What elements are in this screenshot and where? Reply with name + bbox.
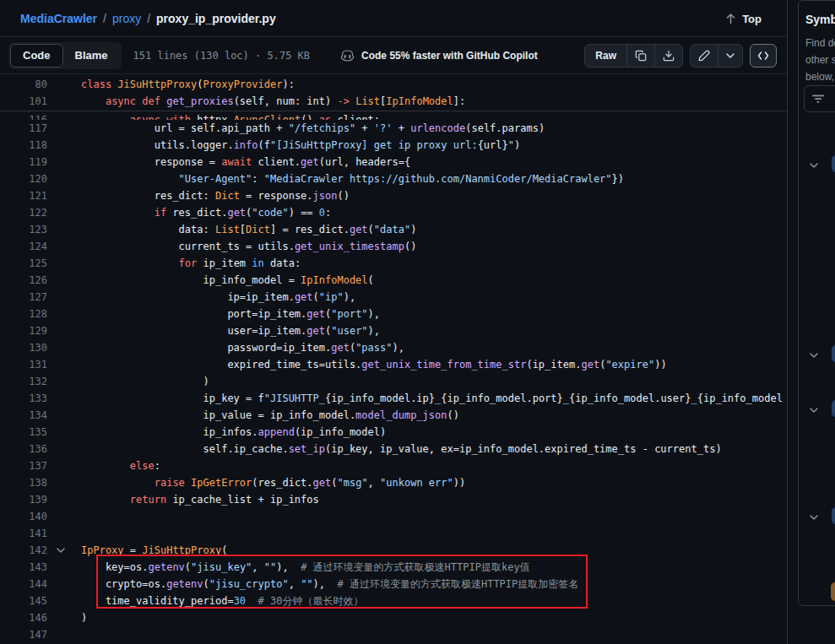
code-line: 80class JiSuHttpProxy(ProxyProvider): xyxy=(0,76,787,93)
scroll-to-top-button[interactable]: Top xyxy=(718,7,768,30)
raw-button-label: Raw xyxy=(593,50,619,62)
code-line-content: data: List[Dict] = res_dict.get("data") xyxy=(81,224,416,235)
line-number[interactable]: 133 xyxy=(0,392,47,404)
line-number[interactable]: 119 xyxy=(0,156,47,168)
code-line: 145 time_validity_period=30 # 30分钟（最长时效） xyxy=(0,593,787,609)
caret-down-icon xyxy=(726,53,735,58)
breadcrumb-separator: / xyxy=(147,12,150,25)
code-line: 144 crypto=os.getenv("jisu_crypto", ""),… xyxy=(0,576,787,593)
line-number[interactable]: 120 xyxy=(0,173,47,185)
symbol-pill[interactable] xyxy=(832,155,835,172)
symbol-pill[interactable] xyxy=(832,400,835,417)
symbol-pill[interactable] xyxy=(832,507,835,524)
code-line-content: response = await client.get(url, headers… xyxy=(81,156,410,168)
line-number[interactable]: 125 xyxy=(0,257,47,269)
code-line-content: utils.logger.info(f"[JiSuHttpProxy] get … xyxy=(81,139,520,151)
line-number[interactable]: 127 xyxy=(0,291,47,303)
line-number[interactable]: 147 xyxy=(0,629,47,641)
code-line: 101 async def get_proxies(self, num: int… xyxy=(0,93,787,110)
symbols-description-line: Find definitions and references for func… xyxy=(805,35,835,51)
code-line-content: ip_key = f"JISUHTTP_{ip_info_model.ip}_{… xyxy=(81,392,783,404)
raw-button[interactable]: Raw xyxy=(585,45,626,67)
tab-code[interactable]: Code xyxy=(10,44,63,68)
code-line: 133 ip_key = f"JISUHTTP_{ip_info_model.i… xyxy=(0,390,787,407)
code-line: 125 for ip_item in data: xyxy=(0,255,787,272)
copy-icon xyxy=(635,50,647,62)
edit-button[interactable] xyxy=(691,45,718,67)
symbol-tree-row xyxy=(799,582,835,602)
code-line: 123 data: List[Dict] = res_dict.get("dat… xyxy=(0,221,787,238)
symbol-pill[interactable] xyxy=(831,582,835,601)
code-line: 131 expired_time_ts=utils.get_unix_time_… xyxy=(0,356,787,373)
code-line-content: ip_value = ip_info_model.model_dump_json… xyxy=(81,409,459,421)
symbols-panel-title: Symbols xyxy=(799,1,835,26)
chevron-down-icon[interactable] xyxy=(809,511,819,526)
line-number[interactable]: 80 xyxy=(0,78,47,90)
chevron-down-icon[interactable] xyxy=(809,159,819,174)
line-number[interactable]: 137 xyxy=(0,460,47,472)
copilot-banner[interactable]: Code 55% faster with GitHub Copilot xyxy=(340,49,538,62)
line-number[interactable]: 124 xyxy=(0,241,47,252)
arrow-up-icon xyxy=(725,13,736,24)
line-number[interactable]: 136 xyxy=(0,443,47,455)
breadcrumb-folder-link[interactable]: proxy xyxy=(112,12,141,25)
chevron-down-icon[interactable] xyxy=(56,545,68,557)
breadcrumb-repo-link[interactable]: MediaCrawler xyxy=(20,12,97,25)
line-number[interactable]: 101 xyxy=(0,95,47,107)
download-button[interactable] xyxy=(654,45,682,67)
line-number[interactable]: 138 xyxy=(0,477,47,489)
line-number[interactable]: 121 xyxy=(0,190,47,202)
code-line: 127 ip=ip_item.get("ip"), xyxy=(0,289,787,306)
code-line: 141 xyxy=(0,525,787,542)
code-blame-switcher: Code Blame xyxy=(8,42,122,69)
copy-button[interactable] xyxy=(626,45,654,67)
code-view: 80class JiSuHttpProxy(ProxyProvider):101… xyxy=(0,74,787,643)
code-line-content: ip=ip_item.get("ip"), xyxy=(81,291,355,303)
line-number[interactable]: 139 xyxy=(0,494,47,506)
symbols-toggle-button[interactable] xyxy=(750,44,777,68)
line-number[interactable]: 144 xyxy=(0,578,47,590)
line-number[interactable]: 143 xyxy=(0,561,47,573)
file-toolbar: Code Blame 151 lines (130 loc) · 5.75 KB… xyxy=(0,37,787,74)
code-line: 136 self.ip_cache.set_ip(ip_key, ip_valu… xyxy=(0,441,787,457)
line-number[interactable]: 142 xyxy=(0,544,47,556)
chevron-down-icon[interactable] xyxy=(809,403,819,419)
clipped-code-line: 116 async with httpx.AsyncClient() as cl… xyxy=(0,111,787,120)
file-view: MediaCrawler / proxy / proxy_ip_provider… xyxy=(0,0,788,644)
tab-blame[interactable]: Blame xyxy=(63,44,120,68)
line-number[interactable]: 129 xyxy=(0,325,47,337)
code-line-content: ip_info_model = IpInfoModel( xyxy=(81,274,374,286)
file-meta-info: 151 lines (130 loc) · 5.75 KB xyxy=(133,50,311,62)
line-number[interactable]: 146 xyxy=(0,612,47,624)
line-number[interactable]: 117 xyxy=(0,122,47,134)
toolbar-actions: Raw xyxy=(584,44,777,68)
chevron-down-icon[interactable] xyxy=(809,349,819,364)
line-number[interactable]: 145 xyxy=(0,595,47,607)
code-line-content: async def get_proxies(self, num: int) ->… xyxy=(81,95,465,107)
code-line-content: port=ip_item.get("port"), xyxy=(81,308,380,320)
line-number[interactable]: 135 xyxy=(0,426,47,438)
edit-dropdown-button[interactable] xyxy=(718,45,742,67)
symbols-filter-button[interactable] xyxy=(804,85,835,112)
line-number[interactable]: 134 xyxy=(0,409,47,421)
line-number[interactable]: 123 xyxy=(0,224,47,235)
symbol-pill[interactable] xyxy=(832,345,835,362)
line-number[interactable]: 126 xyxy=(0,274,47,286)
line-number[interactable]: 131 xyxy=(0,359,47,371)
line-number[interactable]: 132 xyxy=(0,376,47,387)
code-line: 142IpProxy = JiSuHttpProxy( xyxy=(0,542,787,559)
code-line-content: user=ip_item.get("user"), xyxy=(81,325,380,337)
line-number[interactable]: 118 xyxy=(0,139,47,151)
code-line: 118 utils.logger.info(f"[JiSuHttpProxy] … xyxy=(0,137,787,154)
line-number[interactable]: 140 xyxy=(0,511,47,522)
copilot-icon xyxy=(340,49,355,62)
code-line: 119 response = await client.get(url, hea… xyxy=(0,154,787,170)
symbol-tree-row xyxy=(799,344,835,365)
raw-actions-group: Raw xyxy=(584,44,683,68)
line-number[interactable]: 130 xyxy=(0,342,47,354)
line-number[interactable]: 141 xyxy=(0,528,47,539)
code-line: 121 res_dict: Dict = response.json() xyxy=(0,187,787,204)
line-number[interactable]: 128 xyxy=(0,308,47,320)
line-number[interactable]: 122 xyxy=(0,207,47,219)
line-number[interactable]: 116 xyxy=(0,114,47,120)
